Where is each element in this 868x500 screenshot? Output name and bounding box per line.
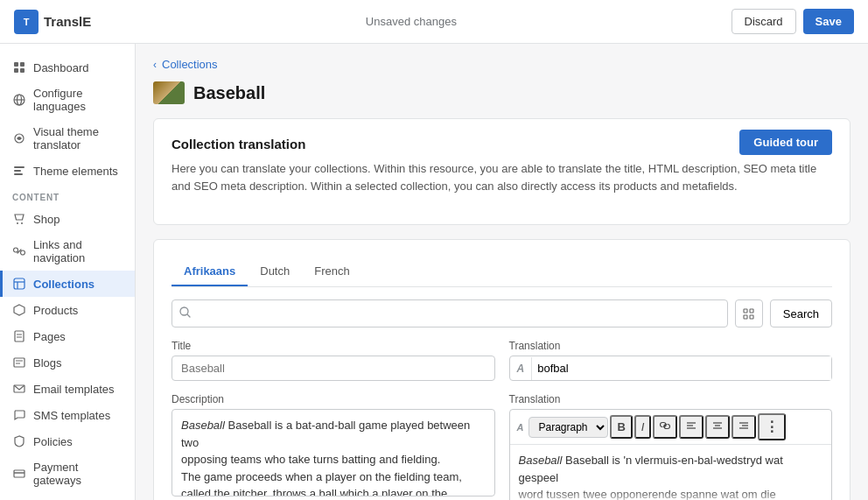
align-right-button[interactable] — [732, 415, 756, 439]
svg-rect-17 — [15, 331, 24, 342]
blogs-label: Blogs — [33, 356, 62, 370]
breadcrumb-arrow-icon: ‹ — [153, 59, 157, 71]
rich-editor-content[interactable]: Baseball Baseball is 'n vlermuis-en-bal-… — [510, 445, 832, 500]
sms-templates-label: SMS templates — [33, 409, 110, 422]
visual-theme-translator-label: Visual theme translator — [33, 125, 122, 151]
italic-button[interactable]: I — [634, 415, 652, 439]
grid-view-button[interactable] — [735, 299, 763, 327]
svg-rect-33 — [744, 315, 747, 319]
desc-text-1: Baseball is a bat-and-ball game played b… — [181, 419, 470, 449]
more-options-button[interactable]: ⋮ — [758, 413, 786, 440]
sidebar-item-dashboard[interactable]: Dashboard — [0, 54, 135, 81]
shop-icon — [12, 212, 26, 226]
title-translation-wrap: A — [509, 356, 833, 381]
title-input[interactable] — [172, 356, 495, 381]
policies-label: Policies — [33, 435, 73, 448]
svg-point-11 — [17, 222, 18, 224]
svg-rect-32 — [750, 309, 753, 313]
pages-label: Pages — [33, 330, 66, 343]
svg-rect-3 — [20, 68, 24, 73]
logo-icon: T — [14, 10, 38, 34]
discard-button[interactable]: Discard — [732, 9, 796, 34]
logo: T TranslE — [14, 10, 91, 34]
topbar-left: T TranslE — [14, 10, 91, 34]
tab-dutch[interactable]: Dutch — [248, 257, 302, 286]
search-row: Search — [172, 299, 832, 327]
svg-rect-2 — [14, 68, 18, 73]
info-card: Guided tour Collection translation Here … — [153, 118, 850, 225]
sidebar-item-theme-elements[interactable]: Theme elements — [0, 158, 135, 184]
title-translation-input[interactable] — [532, 356, 831, 380]
sidebar-item-visual-theme-translator[interactable]: Visual theme translator — [0, 119, 135, 158]
translation-card: Afrikaans Dutch French Search — [153, 239, 850, 500]
collections-icon — [12, 277, 26, 291]
blogs-icon — [12, 356, 26, 370]
theme-elements-label: Theme elements — [33, 165, 118, 178]
desc-italic-baseball: Baseball — [181, 419, 225, 432]
align-center-button[interactable] — [705, 415, 730, 439]
sidebar-item-shop[interactable]: Shop — [0, 206, 135, 232]
svg-rect-20 — [14, 358, 24, 367]
sms-icon — [12, 408, 26, 422]
rich-translate-icon: A — [517, 422, 524, 433]
links-navigation-label: Links and navigation — [33, 238, 122, 264]
rich-editor: A Paragraph B I — [509, 409, 833, 500]
desc-text-3: The game proceeds when a player on the f… — [181, 470, 462, 483]
title-fields-row: Title Translation A — [172, 340, 832, 381]
payment-gateways-label: Payment gateways — [33, 461, 122, 487]
description-label: Description — [172, 393, 495, 405]
layout: Dashboard Configure languages Visual the… — [0, 44, 868, 500]
payment-icon — [12, 467, 26, 481]
dashboard-icon — [12, 60, 26, 74]
paragraph-select[interactable]: Paragraph — [528, 417, 608, 438]
title-label: Title — [172, 340, 495, 352]
language-tabs: Afrikaans Dutch French — [172, 257, 832, 287]
tab-french[interactable]: French — [302, 257, 361, 286]
sidebar-item-pages[interactable]: Pages — [0, 323, 135, 349]
topbar: T TranslE Unsaved changes Discard Save — [0, 0, 868, 44]
unsaved-changes-label: Unsaved changes — [366, 15, 457, 28]
sidebar-item-configure-languages[interactable]: Configure languages — [0, 81, 135, 119]
breadcrumb[interactable]: ‹ Collections — [153, 58, 850, 71]
guided-tour-button[interactable]: Guided tour — [739, 130, 832, 155]
info-card-description: Here you can translate your collections.… — [172, 160, 832, 194]
svg-rect-9 — [14, 170, 21, 172]
description-source-text: Baseball Baseball is a bat-and-ball game… — [172, 409, 495, 496]
email-templates-label: Email templates — [33, 383, 114, 396]
info-card-title: Collection translation — [172, 137, 832, 151]
svg-rect-10 — [14, 173, 23, 175]
sidebar-item-links-navigation[interactable]: Links and navigation — [0, 232, 135, 271]
collection-thumbnail — [153, 81, 185, 104]
svg-line-30 — [187, 314, 190, 317]
search-input-wrap[interactable] — [172, 299, 728, 327]
logo-text: TranslE — [44, 14, 91, 29]
topbar-actions: Discard Save — [732, 9, 854, 34]
tab-afrikaans[interactable]: Afrikaans — [172, 257, 248, 286]
grid-icon — [743, 308, 754, 320]
save-button[interactable]: Save — [803, 9, 854, 34]
sidebar-item-payment-gateways[interactable]: Payment gateways — [0, 454, 135, 493]
content-section-label: CONTENT — [0, 184, 135, 206]
policies-icon — [12, 434, 26, 448]
sidebar-item-sms-templates[interactable]: SMS templates — [0, 402, 135, 428]
align-left-button[interactable] — [679, 415, 704, 439]
description-translation-label: Translation — [509, 393, 833, 405]
link-button[interactable] — [653, 415, 677, 439]
bold-button[interactable]: B — [610, 415, 632, 439]
sidebar-item-collections[interactable]: Collections — [0, 271, 135, 297]
theme-icon — [12, 131, 26, 145]
products-icon — [12, 303, 26, 317]
breadcrumb-label: Collections — [162, 58, 218, 71]
language-icon — [12, 93, 26, 107]
sidebar-item-policies[interactable]: Policies — [0, 428, 135, 454]
sidebar-item-delivery-methods[interactable]: Delivery methods — [0, 493, 135, 500]
products-label: Products — [33, 304, 78, 317]
configure-languages-label: Configure languages — [33, 87, 122, 113]
search-button[interactable]: Search — [770, 299, 832, 327]
search-input[interactable] — [196, 302, 720, 326]
sidebar: Dashboard Configure languages Visual the… — [0, 44, 136, 500]
sidebar-item-email-templates[interactable]: Email templates — [0, 376, 135, 402]
sidebar-item-products[interactable]: Products — [0, 297, 135, 323]
thumbnail-image — [153, 81, 185, 104]
sidebar-item-blogs[interactable]: Blogs — [0, 349, 135, 376]
